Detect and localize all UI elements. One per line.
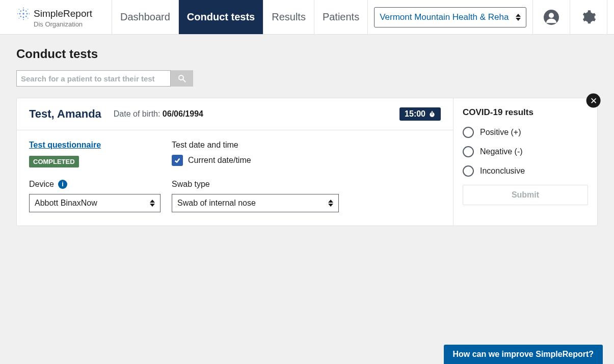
checkmark-icon [174, 157, 181, 164]
svg-rect-22 [432, 111, 433, 112]
swab-type-value: Swab of internal nose [177, 199, 256, 207]
main-nav: Dashboard Conduct tests Results Patients [112, 0, 368, 34]
current-datetime-checkbox[interactable] [172, 155, 183, 166]
nav-results[interactable]: Results [263, 0, 314, 34]
current-datetime-label: Current date/time [188, 156, 251, 165]
svg-point-13 [18, 9, 19, 10]
dob-label: Date of birth: [114, 109, 163, 118]
svg-point-10 [23, 19, 24, 20]
device-value: Abbott BinaxNow [35, 199, 97, 207]
result-option-negative[interactable]: Negative (-) [463, 146, 588, 157]
device-label: Device [29, 180, 54, 189]
dob-value: 06/06/1994 [163, 109, 203, 118]
result-label: Negative (-) [480, 147, 523, 156]
search-icon [177, 74, 186, 83]
settings-button[interactable] [570, 0, 607, 34]
svg-point-2 [23, 16, 24, 18]
svg-point-3 [19, 13, 21, 14]
brand-block: SimpleReport Dis Organization [0, 0, 112, 34]
svg-point-16 [28, 17, 29, 18]
feedback-tab[interactable]: How can we improve SimpleReport? [444, 345, 603, 364]
result-label: Positive (+) [480, 128, 521, 137]
swab-type-select[interactable]: Swab of internal nose [172, 194, 339, 212]
svg-point-15 [18, 17, 19, 18]
timer-badge[interactable]: 15:00 [399, 107, 441, 121]
current-datetime-checkbox-row[interactable]: Current date/time [172, 155, 441, 166]
svg-point-8 [25, 16, 26, 17]
device-select[interactable]: Abbott BinaxNow [29, 194, 161, 212]
brand-name: SimpleReport [34, 8, 92, 19]
close-card-button[interactable]: ✕ [586, 94, 601, 108]
submit-button[interactable]: Submit [463, 185, 588, 205]
nav-conduct-tests[interactable]: Conduct tests [179, 0, 263, 34]
stopwatch-icon [429, 110, 436, 118]
svg-line-20 [183, 79, 185, 82]
svg-point-14 [28, 9, 29, 10]
user-account-button[interactable] [533, 0, 570, 34]
dob-field: Date of birth: 06/06/1994 [114, 109, 203, 119]
chevron-updown-icon [328, 200, 333, 207]
search-button[interactable] [171, 70, 193, 87]
svg-point-0 [22, 13, 24, 15]
nav-patients[interactable]: Patients [314, 0, 368, 34]
brand-subtitle: Dis Organization [34, 20, 112, 28]
chevron-updown-icon [516, 14, 521, 21]
timer-value: 15:00 [405, 109, 425, 119]
user-icon [544, 10, 559, 25]
patient-name: Test, Amanda [29, 107, 101, 121]
page-title: Conduct tests [16, 47, 598, 61]
svg-point-7 [20, 16, 21, 17]
radio-icon [463, 127, 474, 138]
svg-point-4 [26, 13, 28, 14]
radio-icon [463, 165, 474, 177]
result-option-positive[interactable]: Positive (+) [463, 127, 588, 138]
svg-point-9 [23, 7, 24, 8]
questionnaire-status-badge: COMPLETED [29, 156, 79, 167]
svg-point-1 [23, 9, 24, 11]
svg-point-6 [25, 10, 26, 11]
info-icon[interactable]: i [58, 180, 67, 189]
facility-select[interactable]: Vermont Mountain Health & Reha [374, 7, 526, 27]
logo-icon [16, 7, 31, 21]
radio-icon [463, 146, 474, 157]
test-questionnaire-link[interactable]: Test questionnaire [29, 141, 101, 150]
test-card: ✕ Test, Amanda Date of birth: 06/06/1994… [16, 98, 598, 226]
facility-selected: Vermont Mountain Health & Reha [380, 12, 509, 22]
results-title: COVID-19 results [463, 107, 588, 118]
svg-point-11 [17, 13, 18, 14]
svg-point-12 [29, 13, 30, 14]
result-option-inconclusive[interactable]: Inconclusive [463, 165, 588, 177]
svg-point-18 [549, 13, 554, 18]
svg-point-5 [20, 10, 21, 11]
test-datetime-label: Test date and time [172, 141, 441, 150]
swab-type-label: Swab type [172, 180, 441, 189]
nav-dashboard[interactable]: Dashboard [112, 0, 179, 34]
result-label: Inconclusive [480, 166, 525, 176]
patient-search-input[interactable] [16, 70, 171, 87]
close-icon: ✕ [590, 95, 597, 106]
chevron-updown-icon [150, 200, 155, 207]
gear-icon [581, 10, 596, 25]
